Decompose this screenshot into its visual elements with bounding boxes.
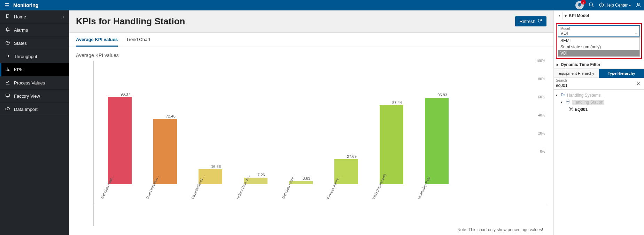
model-dropdown: SEMI Semi state sum (only) VDI <box>558 37 640 57</box>
model-option-semi-state-sum[interactable]: Semi state sum (only) <box>558 44 639 50</box>
sidebar-item-label: KPIs <box>14 67 23 72</box>
x-axis-category-label: Yield (Equipment) <box>372 173 387 200</box>
svg-point-4 <box>637 3 639 5</box>
bar-value-label: 96.37 <box>108 92 143 96</box>
bar-group: 87.44Yield (Equipment) <box>376 61 407 205</box>
svg-point-0 <box>589 3 592 6</box>
sidebar-item-label: Process Values <box>14 80 45 86</box>
sidebar: Home › Alarms States Throughput <box>0 10 69 235</box>
bar-value-label: 95.83 <box>425 93 460 97</box>
clear-search-button[interactable]: ✕ <box>635 81 642 87</box>
tree-node-eq001[interactable]: EQ001 <box>556 106 642 113</box>
bookmark-icon <box>5 14 10 20</box>
svg-line-1 <box>592 6 593 7</box>
sidebar-item-data-import[interactable]: Data Import <box>0 103 69 116</box>
model-option-semi[interactable]: SEMI <box>558 38 639 44</box>
refresh-icon <box>537 18 542 24</box>
tree-expand-icon[interactable]: ▾ <box>556 94 559 97</box>
tree-node-label: EQ001 <box>575 107 588 112</box>
caret-down-icon[interactable]: ▾ <box>565 13 567 18</box>
bar-group: 72.46Total Utilisation… <box>149 61 181 205</box>
sidebar-item-label: Data Import <box>14 107 38 112</box>
bar-group: 3.63Technical Failure… <box>285 61 317 205</box>
hierarchy-tree: ▾ Handling Systems ▾ Handling Station <box>554 90 644 115</box>
main-content: KPIs for Handling Station Refresh Averag… <box>69 10 553 235</box>
x-axis-category-label: Monitoring Rate <box>417 173 432 200</box>
model-select[interactable]: Model VDI ⌄ <box>558 25 640 37</box>
tabs: Average KPI values Trend Chart <box>69 33 553 47</box>
x-axis-category-label: Organisational Fa… <box>191 173 206 200</box>
tree-node-handling-station[interactable]: ▾ Handling Station <box>556 98 642 106</box>
sidebar-item-label: States <box>14 41 27 46</box>
bar-group: 27.69Process Performance <box>331 61 362 205</box>
gear-icon <box>566 99 571 105</box>
tab-trend-chart[interactable]: Trend Chart <box>126 33 150 47</box>
topbar: ☰ Monitoring 2 Help Center ▾ <box>0 0 644 10</box>
notifications-button[interactable]: 2 <box>575 1 584 9</box>
model-option-vdi[interactable]: VDI <box>558 50 639 56</box>
folder-icon <box>561 92 566 98</box>
svg-rect-6 <box>6 94 10 96</box>
tab-average-kpi[interactable]: Average KPI values <box>76 33 118 47</box>
kpi-model-label: KPI Model <box>569 13 589 18</box>
tree-node-handling-systems[interactable]: ▾ Handling Systems <box>556 92 642 98</box>
cloud-upload-icon <box>5 106 10 112</box>
app-title: Monitoring <box>13 2 38 8</box>
sidebar-item-home[interactable]: Home › <box>0 10 69 24</box>
bar[interactable]: 95.83 <box>425 98 449 184</box>
tab-equipment-hierarchy[interactable]: Equipment Hierarchy <box>554 69 599 78</box>
collapse-panel-button[interactable]: › <box>557 12 562 19</box>
chart-note: Note: This chart only show percentage va… <box>76 226 546 235</box>
x-axis-category-label: Technical Availab… <box>100 173 115 200</box>
x-axis-category-label: Technical Failure… <box>281 173 296 200</box>
chevron-right-icon: › <box>63 15 64 19</box>
bar-value-label: 27.69 <box>334 154 369 159</box>
search-icon[interactable] <box>589 2 594 9</box>
bar-group: 95.83Monitoring Rate <box>421 61 452 205</box>
bar[interactable]: 96.37 <box>108 97 132 184</box>
bar[interactable]: 87.44 <box>380 105 403 184</box>
model-selected-value: VDI <box>560 31 568 36</box>
bar-value-label: 16.66 <box>199 164 233 169</box>
bell-icon <box>5 27 10 33</box>
line-chart-icon <box>5 80 10 86</box>
sidebar-item-label: Alarms <box>14 27 28 33</box>
arrow-right-icon <box>5 54 10 59</box>
user-icon[interactable] <box>636 2 641 9</box>
svg-point-3 <box>602 6 602 6</box>
monitor-icon <box>5 93 10 99</box>
search-input[interactable] <box>556 82 635 89</box>
gear-icon <box>568 106 573 112</box>
sidebar-item-alarms[interactable]: Alarms <box>0 24 69 37</box>
tab-type-hierarchy[interactable]: Type Hierarchy <box>599 69 644 78</box>
hierarchy-search: Search ✕ <box>554 78 644 90</box>
bar-group: 7.26Failure Rate due… <box>240 61 271 205</box>
y-axis-tick: 80% <box>538 77 545 81</box>
model-selector-highlight: Model VDI ⌄ SEMI Semi state sum (only) V… <box>556 23 642 59</box>
refresh-button[interactable]: Refresh <box>515 16 546 26</box>
x-axis-category-label: Process Performance <box>326 173 342 200</box>
refresh-label: Refresh <box>519 19 535 24</box>
sidebar-item-process-values[interactable]: Process Values <box>0 76 69 90</box>
y-axis-tick: 100% <box>536 59 545 63</box>
sidebar-item-factory-view[interactable]: Factory View <box>0 90 69 103</box>
sidebar-item-states[interactable]: States <box>0 37 69 50</box>
model-field-label: Model <box>560 27 637 31</box>
x-axis-category-label: Total Utilisation… <box>145 173 161 200</box>
sidebar-item-throughput[interactable]: Throughput <box>0 50 69 63</box>
sidebar-item-label: Factory View <box>14 94 40 99</box>
dynamic-time-filter-header[interactable]: ▸ Dynamic Time Filter <box>554 61 644 69</box>
bar-value-label: 87.44 <box>380 100 414 105</box>
sidebar-item-kpis[interactable]: KPIs <box>0 63 69 76</box>
help-center-link[interactable]: Help Center ▾ <box>599 2 631 8</box>
hamburger-icon[interactable]: ☰ <box>3 2 11 9</box>
tree-expand-icon[interactable]: ▾ <box>561 100 564 104</box>
bar-group: 96.37Technical Availab… <box>104 61 135 205</box>
notifications-badge: 2 <box>581 0 586 5</box>
bar-group: 16.66Organisational Fa… <box>195 61 226 205</box>
kpi-model-section-header: › ▾ KPI Model <box>554 10 644 21</box>
y-axis-tick: 0% <box>540 149 545 153</box>
page-header: KPIs for Handling Station Refresh <box>69 10 553 33</box>
chevron-down-icon[interactable]: ⌄ <box>635 31 637 35</box>
svg-point-7 <box>567 101 569 102</box>
